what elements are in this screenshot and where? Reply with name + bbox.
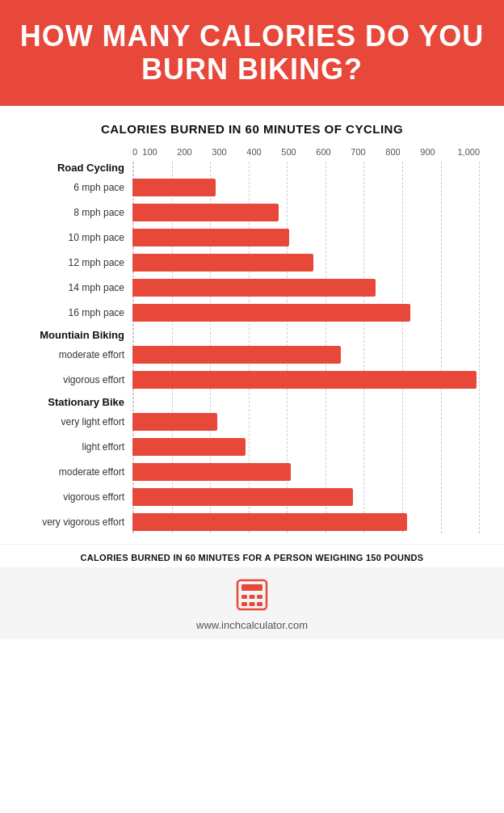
bar-wrapper bbox=[132, 176, 480, 199]
bar-wrapper bbox=[132, 276, 480, 299]
bar bbox=[132, 413, 217, 431]
bar-label: vigorous effort bbox=[13, 374, 132, 385]
bar bbox=[132, 346, 341, 364]
chart-row: 16 mph pace bbox=[13, 301, 491, 324]
bar-wrapper bbox=[132, 486, 480, 508]
chart-row: light effort bbox=[13, 436, 491, 458]
bar-wrapper bbox=[132, 251, 480, 274]
bar-wrapper bbox=[132, 301, 480, 324]
website-url: www.inchcalculator.com bbox=[0, 619, 504, 631]
bar-label: very vigorous effort bbox=[13, 516, 132, 528]
bar-wrapper bbox=[132, 226, 480, 249]
category-label: Stationary Bike bbox=[13, 396, 132, 408]
category-label: Road Cycling bbox=[13, 162, 132, 174]
chart-row: 6 mph pace bbox=[13, 176, 491, 199]
footer-note: CALORIES BURNED IN 60 MINUTES FOR A PERS… bbox=[0, 544, 504, 567]
bar-wrapper bbox=[132, 436, 480, 458]
bar-label: 8 mph pace bbox=[13, 207, 132, 218]
bar-wrapper bbox=[132, 411, 480, 433]
chart-section: CALORIES BURNED IN 60 MINUTES OF CYCLING… bbox=[0, 106, 504, 544]
bar bbox=[132, 279, 376, 297]
bar bbox=[132, 204, 279, 221]
svg-rect-4 bbox=[257, 595, 262, 599]
bar-wrapper bbox=[132, 461, 480, 483]
chart-row: 12 mph pace bbox=[13, 251, 491, 274]
bar-label: moderate effort bbox=[13, 349, 132, 360]
svg-rect-3 bbox=[250, 595, 255, 599]
bar-label: 16 mph pace bbox=[13, 307, 132, 318]
chart-row: very vigorous effort bbox=[13, 511, 491, 533]
chart-body: Road Cycling6 mph pace8 mph pace10 mph p… bbox=[13, 162, 491, 533]
category-row: Road Cycling bbox=[13, 162, 491, 174]
bar bbox=[132, 371, 477, 389]
bar-label: very light effort bbox=[13, 416, 132, 428]
page-header: HOW MANY CALORIES DO YOU BURN BIKING? bbox=[0, 0, 504, 106]
bar bbox=[132, 513, 407, 531]
bar bbox=[132, 304, 410, 322]
bar-label: vigorous effort bbox=[13, 491, 132, 503]
svg-rect-7 bbox=[257, 602, 262, 606]
bar-label: 14 mph pace bbox=[13, 282, 132, 293]
calculator-icon bbox=[236, 579, 268, 611]
bar bbox=[132, 179, 216, 196]
svg-rect-2 bbox=[242, 595, 247, 599]
chart-row: 10 mph pace bbox=[13, 226, 491, 249]
bar-label: 12 mph pace bbox=[13, 257, 132, 268]
bar bbox=[132, 438, 246, 456]
chart-row: 8 mph pace bbox=[13, 201, 491, 224]
bar-wrapper bbox=[132, 201, 480, 224]
bar bbox=[132, 463, 291, 481]
chart-row: vigorous effort bbox=[13, 369, 491, 391]
chart-title: CALORIES BURNED IN 60 MINUTES OF CYCLING bbox=[13, 122, 491, 136]
bar-label: 10 mph pace bbox=[13, 232, 132, 243]
bar bbox=[132, 229, 289, 246]
footer: www.inchcalculator.com bbox=[0, 567, 504, 639]
svg-rect-5 bbox=[242, 602, 247, 606]
chart-row: very light effort bbox=[13, 411, 491, 433]
bar bbox=[132, 488, 353, 506]
logo-icon bbox=[0, 579, 504, 614]
chart-row: vigorous effort bbox=[13, 486, 491, 508]
svg-rect-1 bbox=[242, 584, 262, 591]
chart-row: moderate effort bbox=[13, 343, 491, 366]
bar-label: moderate effort bbox=[13, 466, 132, 478]
chart-row: 14 mph pace bbox=[13, 276, 491, 299]
bar-wrapper bbox=[132, 369, 480, 391]
category-row: Mountiain Biking bbox=[13, 329, 491, 341]
bar-wrapper bbox=[132, 343, 480, 366]
bar-wrapper bbox=[132, 511, 480, 533]
svg-rect-6 bbox=[250, 602, 255, 606]
bar-label: light effort bbox=[13, 441, 132, 453]
page-title: HOW MANY CALORIES DO YOU BURN BIKING? bbox=[16, 19, 488, 86]
category-label: Mountiain Biking bbox=[13, 329, 132, 341]
category-row: Stationary Bike bbox=[13, 396, 491, 408]
bar-label: 6 mph pace bbox=[13, 182, 132, 193]
bar bbox=[132, 254, 313, 272]
chart-row: moderate effort bbox=[13, 461, 491, 483]
